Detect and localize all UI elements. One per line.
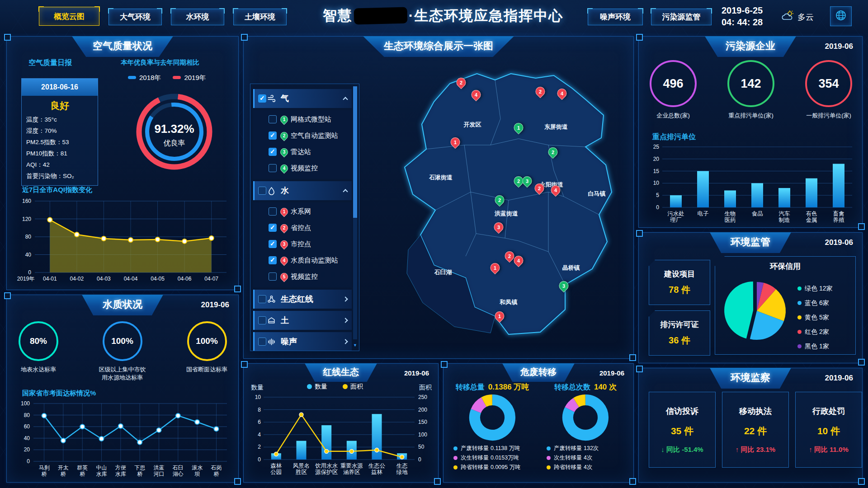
checkbox[interactable] <box>269 256 277 264</box>
map-pin-red[interactable]: 1 <box>488 261 502 275</box>
svg-text:91.32%: 91.32% <box>154 122 194 136</box>
legend-2019: 2019年 <box>173 74 206 82</box>
tree-scrollbar[interactable] <box>353 86 357 339</box>
panel-water-quality: 水质状况 2019-06 80%地表水达标率100%区级以上集中市饮用水源地达标… <box>6 295 239 483</box>
chevron-right-icon[interactable] <box>343 296 348 301</box>
air-row-humidity: 湿度：70% <box>22 125 98 136</box>
air-quality-grade: 良好 <box>22 99 98 112</box>
checkbox[interactable] <box>258 338 266 346</box>
svg-text:污水处理厂: 污水处理厂 <box>667 211 684 223</box>
checkbox[interactable] <box>269 240 277 248</box>
svg-text:25: 25 <box>653 144 660 150</box>
layer-item[interactable]: 1水系网 <box>253 203 352 220</box>
checkbox[interactable] <box>269 272 277 281</box>
chevron-up-icon[interactable] <box>343 97 348 102</box>
air-compare-title: 本年优良率与去年同期相比 <box>121 58 199 67</box>
aqi-chart-title: 近7日全市AQI指数变化 <box>22 186 92 194</box>
svg-text:40: 40 <box>25 252 32 258</box>
svg-text:2: 2 <box>258 444 261 450</box>
checkbox[interactable] <box>269 224 277 232</box>
tree-scroll-down-icon[interactable]: ▼ <box>353 342 357 348</box>
checkbox[interactable] <box>258 295 266 303</box>
map-pin-icon: 4 <box>278 255 289 266</box>
checkbox[interactable] <box>269 148 277 156</box>
map-pin-red[interactable]: 2 <box>533 182 546 195</box>
layer-item[interactable]: 1网格式微型站 <box>253 111 352 127</box>
inspection-card-1: 信访投诉35 件↓ 同比 -51.4% <box>649 392 716 468</box>
svg-text:森林公园: 森林公园 <box>270 463 282 475</box>
map-canvas[interactable]: 开发区东屏街道石湫街道永阳街道洪蓝街道白马镇石臼湖晶桥镇和凤镇 24241122… <box>359 56 631 355</box>
nav-noise-env[interactable]: 噪声环境 <box>588 9 643 25</box>
layer-group-2[interactable]: 水 <box>253 181 352 200</box>
map-pin-red[interactable]: 2 <box>533 85 547 99</box>
panel-air-title: 空气质量状况 <box>72 36 173 57</box>
svg-text:04-04: 04-04 <box>124 276 138 282</box>
map-pin-red[interactable]: 4 <box>512 254 525 267</box>
legend-item: 黄色 5家 <box>797 310 832 324</box>
map-pin-icon: 2 <box>278 130 289 141</box>
map-pin-red[interactable]: 2 <box>454 76 468 89</box>
svg-text:04-06: 04-06 <box>178 276 192 282</box>
down-arrow-icon: ↓ <box>661 446 665 453</box>
nav-overview-cloud[interactable]: 概览云图 <box>39 7 99 26</box>
map-pin-red[interactable]: 1 <box>448 136 462 149</box>
redline-panel-date: 2019-06 <box>404 369 429 377</box>
checkbox[interactable] <box>269 164 277 172</box>
map-pin-red[interactable]: 4 <box>555 87 569 100</box>
air-daily-date: 2018-06-16 <box>22 79 98 96</box>
chevron-right-icon[interactable] <box>343 318 348 323</box>
layer-group-3[interactable]: 生态红线 <box>253 290 352 309</box>
globe-button[interactable] <box>830 6 852 26</box>
chevron-right-icon[interactable] <box>343 339 348 344</box>
svg-text:8: 8 <box>258 407 261 413</box>
checkbox[interactable] <box>269 115 277 123</box>
map-pin-red[interactable]: 4 <box>549 183 562 197</box>
chevron-up-icon[interactable] <box>343 189 348 194</box>
map-pin-green[interactable]: 2 <box>546 145 560 159</box>
layer-item[interactable]: 3市控点 <box>253 236 352 252</box>
legend-2019-dash <box>173 76 181 79</box>
panel-inspection: 环境监察 2019-06 信访投诉35 件↓ 同比 -51.4%移动执法22 件… <box>638 368 863 483</box>
map-pin-green[interactable]: 1 <box>512 121 525 135</box>
map-pin-green[interactable]: 2 <box>493 193 506 207</box>
layer-item[interactable]: 4水质自动监测站 <box>253 252 352 268</box>
checkbox[interactable] <box>258 94 266 103</box>
map-pin-green[interactable]: 3 <box>520 174 534 188</box>
nav-pollution-supervision[interactable]: 污染源监管 <box>651 9 712 25</box>
svg-text:80: 80 <box>25 234 32 240</box>
layer-group-4[interactable]: 土 <box>253 311 352 330</box>
layer-item[interactable]: 5视频监控 <box>253 268 352 285</box>
tree-scrollbar-thumb[interactable] <box>353 86 357 218</box>
redaction-blob <box>354 7 407 24</box>
nav-soil-env[interactable]: 土壤环境 <box>233 9 287 25</box>
checkbox[interactable] <box>258 187 266 195</box>
layer-item[interactable]: 2省控点 <box>253 220 352 236</box>
map-pin-green[interactable]: 3 <box>557 279 571 293</box>
nav-water-env[interactable]: 水环境 <box>171 9 224 25</box>
legend-item: 产废转移量 0.1138 万吨 <box>453 444 538 453</box>
soil-icon <box>266 316 276 325</box>
map-pin-red[interactable]: 4 <box>469 88 483 102</box>
map-pin-red[interactable]: 3 <box>492 221 505 234</box>
legend-item: 蓝色 6家 <box>797 296 832 310</box>
hazwaste-panel-date: 2019-06 <box>599 369 624 377</box>
aqi-line-chart: 0408012016004-0104-0204-0304-0404-0504-0… <box>15 197 232 285</box>
water-panel-date: 2019-06 <box>201 300 229 310</box>
checkbox[interactable] <box>269 131 277 140</box>
svg-text:2019年: 2019年 <box>17 276 35 282</box>
nav-atmosphere[interactable]: 大气环境 <box>108 9 162 25</box>
svg-text:食品: 食品 <box>752 211 763 217</box>
map-pin-red[interactable]: 1 <box>493 310 506 323</box>
cloudy-weather-icon <box>781 10 795 24</box>
layer-item[interactable]: 2空气自动监测站 <box>253 127 352 144</box>
layer-item[interactable]: 4视频监控 <box>253 160 352 176</box>
layer-group-1[interactable]: 气 <box>253 89 352 108</box>
water-stat-circles: 80%地表水达标率100%区级以上集中市饮用水源地达标率100%国省断面达标率 <box>19 321 227 382</box>
svg-text:150: 150 <box>418 419 427 425</box>
checkbox[interactable] <box>269 207 277 216</box>
noise-icon <box>266 337 276 346</box>
svg-text:生态公益林: 生态公益林 <box>368 463 386 475</box>
layer-group-5[interactable]: 噪声 <box>253 332 352 351</box>
layer-item[interactable]: 3雷达站 <box>253 144 352 160</box>
checkbox[interactable] <box>258 316 266 324</box>
